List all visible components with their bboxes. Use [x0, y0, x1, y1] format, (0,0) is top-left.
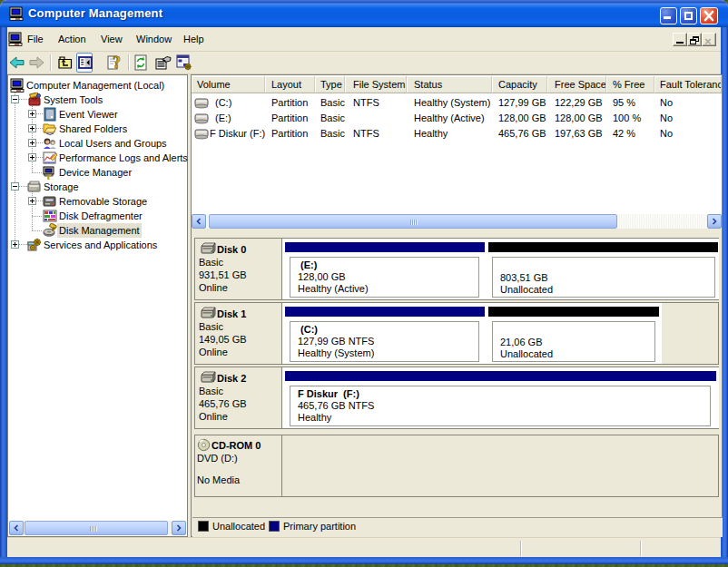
svg-text:?: ?: [113, 54, 121, 71]
